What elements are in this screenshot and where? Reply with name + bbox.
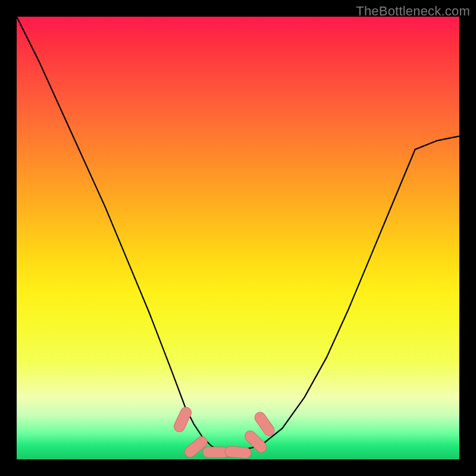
- curve-svg: [17, 17, 459, 459]
- marker-sausage: [173, 405, 193, 433]
- svg-rect-5: [253, 410, 277, 437]
- watermark-label: TheBottleneck.com: [356, 4, 470, 19]
- svg-rect-0: [173, 405, 193, 433]
- marker-sausage: [253, 410, 277, 437]
- bottleneck-curve: [17, 17, 459, 450]
- chart-frame: TheBottleneck.com: [0, 0, 476, 476]
- svg-rect-3: [224, 446, 251, 459]
- marker-sausage: [224, 446, 251, 459]
- marker-group: [173, 405, 277, 459]
- plot-area: [17, 17, 459, 459]
